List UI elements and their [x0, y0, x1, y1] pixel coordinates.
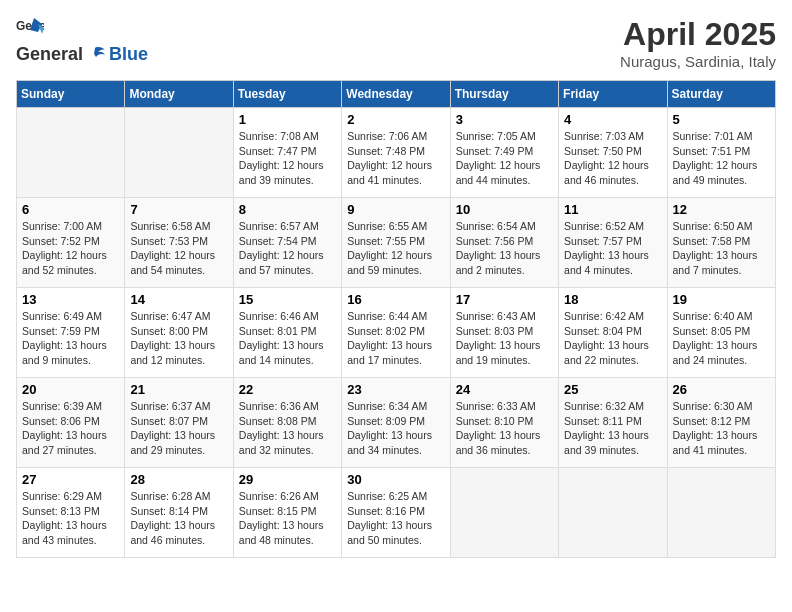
- day-number: 7: [130, 202, 227, 217]
- calendar-week-row: 20Sunrise: 6:39 AM Sunset: 8:06 PM Dayli…: [17, 378, 776, 468]
- calendar-cell: 26Sunrise: 6:30 AM Sunset: 8:12 PM Dayli…: [667, 378, 775, 468]
- day-info: Sunrise: 6:58 AM Sunset: 7:53 PM Dayligh…: [130, 219, 227, 278]
- day-number: 17: [456, 292, 553, 307]
- calendar-title: April 2025: [620, 16, 776, 53]
- calendar-cell: [17, 108, 125, 198]
- day-of-week-header: Sunday: [17, 81, 125, 108]
- day-number: 8: [239, 202, 336, 217]
- calendar-cell: 10Sunrise: 6:54 AM Sunset: 7:56 PM Dayli…: [450, 198, 558, 288]
- day-info: Sunrise: 7:03 AM Sunset: 7:50 PM Dayligh…: [564, 129, 661, 188]
- day-info: Sunrise: 6:29 AM Sunset: 8:13 PM Dayligh…: [22, 489, 119, 548]
- day-info: Sunrise: 7:01 AM Sunset: 7:51 PM Dayligh…: [673, 129, 770, 188]
- day-number: 25: [564, 382, 661, 397]
- calendar-cell: 2Sunrise: 7:06 AM Sunset: 7:48 PM Daylig…: [342, 108, 450, 198]
- calendar-cell: 5Sunrise: 7:01 AM Sunset: 7:51 PM Daylig…: [667, 108, 775, 198]
- day-number: 6: [22, 202, 119, 217]
- day-info: Sunrise: 6:52 AM Sunset: 7:57 PM Dayligh…: [564, 219, 661, 278]
- calendar-cell: 12Sunrise: 6:50 AM Sunset: 7:58 PM Dayli…: [667, 198, 775, 288]
- day-info: Sunrise: 6:28 AM Sunset: 8:14 PM Dayligh…: [130, 489, 227, 548]
- day-info: Sunrise: 7:06 AM Sunset: 7:48 PM Dayligh…: [347, 129, 444, 188]
- day-info: Sunrise: 6:50 AM Sunset: 7:58 PM Dayligh…: [673, 219, 770, 278]
- day-number: 12: [673, 202, 770, 217]
- calendar-cell: 29Sunrise: 6:26 AM Sunset: 8:15 PM Dayli…: [233, 468, 341, 558]
- day-info: Sunrise: 6:25 AM Sunset: 8:16 PM Dayligh…: [347, 489, 444, 548]
- day-number: 9: [347, 202, 444, 217]
- day-of-week-header: Tuesday: [233, 81, 341, 108]
- calendar-cell: 3Sunrise: 7:05 AM Sunset: 7:49 PM Daylig…: [450, 108, 558, 198]
- day-info: Sunrise: 6:39 AM Sunset: 8:06 PM Dayligh…: [22, 399, 119, 458]
- calendar-cell: 14Sunrise: 6:47 AM Sunset: 8:00 PM Dayli…: [125, 288, 233, 378]
- calendar-cell: 13Sunrise: 6:49 AM Sunset: 7:59 PM Dayli…: [17, 288, 125, 378]
- day-of-week-header: Saturday: [667, 81, 775, 108]
- day-number: 18: [564, 292, 661, 307]
- calendar-cell: [667, 468, 775, 558]
- day-number: 20: [22, 382, 119, 397]
- day-of-week-header: Wednesday: [342, 81, 450, 108]
- day-info: Sunrise: 6:47 AM Sunset: 8:00 PM Dayligh…: [130, 309, 227, 368]
- day-info: Sunrise: 6:57 AM Sunset: 7:54 PM Dayligh…: [239, 219, 336, 278]
- calendar-cell: 9Sunrise: 6:55 AM Sunset: 7:55 PM Daylig…: [342, 198, 450, 288]
- day-number: 4: [564, 112, 661, 127]
- day-of-week-header: Monday: [125, 81, 233, 108]
- logo-blue-text: Blue: [109, 44, 148, 66]
- day-number: 10: [456, 202, 553, 217]
- day-number: 26: [673, 382, 770, 397]
- calendar-cell: 15Sunrise: 6:46 AM Sunset: 8:01 PM Dayli…: [233, 288, 341, 378]
- calendar-cell: 19Sunrise: 6:40 AM Sunset: 8:05 PM Dayli…: [667, 288, 775, 378]
- calendar-cell: 20Sunrise: 6:39 AM Sunset: 8:06 PM Dayli…: [17, 378, 125, 468]
- calendar-cell: 21Sunrise: 6:37 AM Sunset: 8:07 PM Dayli…: [125, 378, 233, 468]
- day-info: Sunrise: 7:00 AM Sunset: 7:52 PM Dayligh…: [22, 219, 119, 278]
- day-number: 22: [239, 382, 336, 397]
- day-info: Sunrise: 6:26 AM Sunset: 8:15 PM Dayligh…: [239, 489, 336, 548]
- day-of-week-header: Friday: [559, 81, 667, 108]
- logo-general-text: General: [16, 44, 83, 66]
- day-number: 27: [22, 472, 119, 487]
- day-number: 23: [347, 382, 444, 397]
- day-info: Sunrise: 6:54 AM Sunset: 7:56 PM Dayligh…: [456, 219, 553, 278]
- day-number: 15: [239, 292, 336, 307]
- calendar-cell: [559, 468, 667, 558]
- calendar-title-area: April 2025 Nuragus, Sardinia, Italy: [620, 16, 776, 70]
- day-number: 5: [673, 112, 770, 127]
- logo: General General Blue: [16, 16, 148, 66]
- day-number: 30: [347, 472, 444, 487]
- calendar-cell: 7Sunrise: 6:58 AM Sunset: 7:53 PM Daylig…: [125, 198, 233, 288]
- calendar-cell: 4Sunrise: 7:03 AM Sunset: 7:50 PM Daylig…: [559, 108, 667, 198]
- day-info: Sunrise: 6:37 AM Sunset: 8:07 PM Dayligh…: [130, 399, 227, 458]
- day-info: Sunrise: 6:44 AM Sunset: 8:02 PM Dayligh…: [347, 309, 444, 368]
- calendar-cell: 23Sunrise: 6:34 AM Sunset: 8:09 PM Dayli…: [342, 378, 450, 468]
- day-info: Sunrise: 7:05 AM Sunset: 7:49 PM Dayligh…: [456, 129, 553, 188]
- calendar-cell: 24Sunrise: 6:33 AM Sunset: 8:10 PM Dayli…: [450, 378, 558, 468]
- logo-icon: General: [16, 16, 44, 44]
- day-number: 2: [347, 112, 444, 127]
- day-info: Sunrise: 6:49 AM Sunset: 7:59 PM Dayligh…: [22, 309, 119, 368]
- day-number: 21: [130, 382, 227, 397]
- day-info: Sunrise: 6:30 AM Sunset: 8:12 PM Dayligh…: [673, 399, 770, 458]
- day-info: Sunrise: 6:32 AM Sunset: 8:11 PM Dayligh…: [564, 399, 661, 458]
- logo-bird-icon: [85, 44, 107, 66]
- calendar-week-row: 27Sunrise: 6:29 AM Sunset: 8:13 PM Dayli…: [17, 468, 776, 558]
- calendar-cell: 18Sunrise: 6:42 AM Sunset: 8:04 PM Dayli…: [559, 288, 667, 378]
- day-info: Sunrise: 6:42 AM Sunset: 8:04 PM Dayligh…: [564, 309, 661, 368]
- calendar-week-row: 1Sunrise: 7:08 AM Sunset: 7:47 PM Daylig…: [17, 108, 776, 198]
- calendar-cell: 6Sunrise: 7:00 AM Sunset: 7:52 PM Daylig…: [17, 198, 125, 288]
- day-number: 1: [239, 112, 336, 127]
- day-number: 29: [239, 472, 336, 487]
- day-number: 19: [673, 292, 770, 307]
- calendar-cell: 16Sunrise: 6:44 AM Sunset: 8:02 PM Dayli…: [342, 288, 450, 378]
- calendar-cell: 28Sunrise: 6:28 AM Sunset: 8:14 PM Dayli…: [125, 468, 233, 558]
- calendar-cell: 8Sunrise: 6:57 AM Sunset: 7:54 PM Daylig…: [233, 198, 341, 288]
- day-number: 24: [456, 382, 553, 397]
- day-info: Sunrise: 6:40 AM Sunset: 8:05 PM Dayligh…: [673, 309, 770, 368]
- calendar-cell: 27Sunrise: 6:29 AM Sunset: 8:13 PM Dayli…: [17, 468, 125, 558]
- day-info: Sunrise: 6:36 AM Sunset: 8:08 PM Dayligh…: [239, 399, 336, 458]
- day-info: Sunrise: 7:08 AM Sunset: 7:47 PM Dayligh…: [239, 129, 336, 188]
- calendar-header-row: SundayMondayTuesdayWednesdayThursdayFrid…: [17, 81, 776, 108]
- calendar-cell: [125, 108, 233, 198]
- calendar-cell: 1Sunrise: 7:08 AM Sunset: 7:47 PM Daylig…: [233, 108, 341, 198]
- day-number: 16: [347, 292, 444, 307]
- day-info: Sunrise: 6:55 AM Sunset: 7:55 PM Dayligh…: [347, 219, 444, 278]
- page-header: General General Blue April 2025 Nuragus,…: [16, 16, 776, 70]
- day-number: 3: [456, 112, 553, 127]
- calendar-cell: 11Sunrise: 6:52 AM Sunset: 7:57 PM Dayli…: [559, 198, 667, 288]
